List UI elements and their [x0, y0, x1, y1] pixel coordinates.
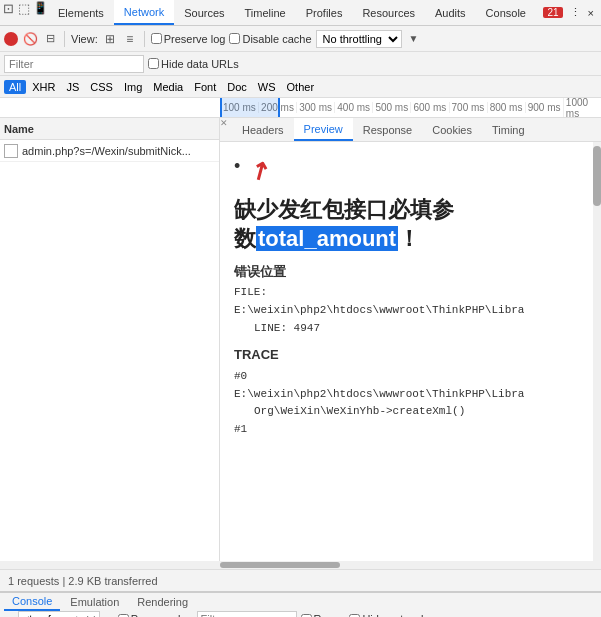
- status-bar: 1 requests | 2.9 KB transferred: [0, 569, 601, 591]
- tabs-end-controls: 21 ⋮ ×: [540, 0, 601, 25]
- preserve-log-console-label[interactable]: Preserve log: [118, 613, 193, 617]
- context-arrow-icon[interactable]: ▼: [4, 614, 14, 618]
- error-title-part2: 数: [234, 226, 256, 251]
- timeline-label-600: 600 ms: [410, 102, 448, 113]
- regex-text: Regex: [314, 613, 346, 617]
- preview-tabs: ✕ Headers Preview Response Cookies Timin…: [220, 118, 601, 142]
- trace-label: TRACE: [234, 345, 587, 366]
- view-label: View:: [71, 33, 98, 45]
- type-btn-js[interactable]: JS: [61, 80, 84, 94]
- undock-icon[interactable]: ⊡: [0, 0, 16, 16]
- trace-1: #1: [234, 421, 587, 439]
- table-row[interactable]: admin.php?s=/Wexin/submitNick...: [0, 140, 219, 162]
- scrollbar-thumb[interactable]: [593, 146, 601, 206]
- filter-icon[interactable]: ⊟: [42, 31, 58, 47]
- disable-cache-label: Disable cache: [242, 33, 311, 45]
- tab-response[interactable]: Response: [353, 118, 423, 141]
- preserve-log-console-text: Preserve log: [131, 613, 193, 617]
- tab-network[interactable]: Network: [114, 0, 174, 25]
- preserve-log-checkbox[interactable]: [151, 33, 162, 44]
- status-text: 1 requests | 2.9 KB transferred: [8, 575, 158, 587]
- type-btn-media[interactable]: Media: [148, 80, 188, 94]
- tab-profiles[interactable]: Profiles: [296, 0, 353, 25]
- bullet-row: • ↗: [234, 152, 587, 190]
- type-btn-other[interactable]: Other: [282, 80, 320, 94]
- vertical-scrollbar[interactable]: [593, 142, 601, 561]
- console-tab-emulation[interactable]: Emulation: [62, 594, 127, 610]
- tab-audits[interactable]: Audits: [425, 0, 476, 25]
- filter-input[interactable]: [4, 55, 144, 73]
- devtools-tab-bar: ⊡ ⬚ 📱 Elements Network Sources Timeline …: [0, 0, 601, 26]
- type-btn-doc[interactable]: Doc: [222, 80, 252, 94]
- highlighted-word: total_amount: [256, 226, 398, 251]
- timeline-selection: [220, 98, 280, 117]
- timeline-label-900: 900 ms: [525, 102, 563, 113]
- hide-data-urls-label[interactable]: Hide data URLs: [148, 58, 239, 70]
- more-options-icon[interactable]: ⋮: [570, 6, 581, 19]
- close-icon[interactable]: ✕: [220, 118, 228, 141]
- hide-network-text: Hide network messages: [362, 613, 479, 617]
- console-bar: Console Emulation Rendering ▼ <top frame…: [0, 591, 601, 617]
- type-btn-img[interactable]: Img: [119, 80, 147, 94]
- element-picker-icon[interactable]: ⬚: [16, 0, 32, 16]
- timeline-label-700: 700 ms: [449, 102, 487, 113]
- console-tab-console[interactable]: Console: [4, 593, 60, 611]
- tab-resources[interactable]: Resources: [352, 0, 425, 25]
- type-btn-all[interactable]: All: [4, 80, 26, 94]
- list-view-icon[interactable]: ≡: [122, 31, 138, 47]
- tab-timing[interactable]: Timing: [482, 118, 535, 141]
- horizontal-scrollbar[interactable]: [0, 561, 601, 569]
- hide-network-label[interactable]: Hide network messages: [349, 613, 479, 617]
- arrow-icon: ↗: [242, 150, 279, 193]
- tab-headers[interactable]: Headers: [232, 118, 294, 141]
- network-toolbar: 🚫 ⊟ View: ⊞ ≡ Preserve log Disable cache…: [0, 26, 601, 52]
- hide-network-checkbox[interactable]: [349, 614, 360, 618]
- preserve-log-console-checkbox[interactable]: [118, 614, 129, 618]
- console-tab-rendering[interactable]: Rendering: [129, 594, 196, 610]
- file-path: E:\weixin\php2\htdocs\wwwroot\ThinkPHP\L…: [234, 302, 587, 320]
- console-toolbar: ▼ <top frame> ▼ Preserve log Regex Hide …: [0, 611, 601, 617]
- console-filter-input[interactable]: [197, 611, 297, 617]
- type-btn-css[interactable]: CSS: [85, 80, 118, 94]
- tab-console[interactable]: Console: [476, 0, 536, 25]
- tab-cookies[interactable]: Cookies: [422, 118, 482, 141]
- close-devtools-icon[interactable]: ×: [588, 7, 594, 19]
- timeline-label-500: 500 ms: [372, 102, 410, 113]
- timeline-label-800: 800 ms: [487, 102, 525, 113]
- clear-button[interactable]: 🚫: [22, 31, 38, 47]
- timeline-label-400: 400 ms: [334, 102, 372, 113]
- grid-view-icon[interactable]: ⊞: [102, 31, 118, 47]
- scrollbar-h-thumb[interactable]: [220, 562, 340, 568]
- tab-timeline[interactable]: Timeline: [235, 0, 296, 25]
- regex-label[interactable]: Regex: [301, 613, 346, 617]
- record-button[interactable]: [4, 32, 18, 46]
- type-btn-font[interactable]: Font: [189, 80, 221, 94]
- hide-data-urls-checkbox[interactable]: [148, 58, 159, 69]
- tab-elements[interactable]: Elements: [48, 0, 114, 25]
- preserve-log-checkbox-label[interactable]: Preserve log: [151, 33, 226, 45]
- timeline-label-1000: 1000 ms: [563, 98, 601, 118]
- console-tabs: Console Emulation Rendering: [0, 593, 601, 611]
- error-title-part1: 缺少发红包接口必填参: [234, 197, 454, 222]
- tab-sources[interactable]: Sources: [174, 0, 234, 25]
- disable-cache-checkbox-label[interactable]: Disable cache: [229, 33, 311, 45]
- type-btn-xhr[interactable]: XHR: [27, 80, 60, 94]
- frame-selector[interactable]: <top frame>: [18, 611, 100, 617]
- name-column-header: Name: [4, 123, 215, 135]
- request-list: Name admin.php?s=/Wexin/submitNick...: [0, 118, 220, 561]
- request-checkbox[interactable]: [4, 144, 18, 158]
- throttle-dropdown-icon[interactable]: ▼: [406, 31, 422, 47]
- filter-row: Hide data URLs: [0, 52, 601, 76]
- timeline-bar: 100 ms 200 ms 300 ms 400 ms 500 ms 600 m…: [0, 98, 601, 118]
- frame-arrow-icon[interactable]: ▼: [104, 614, 114, 618]
- type-btn-ws[interactable]: WS: [253, 80, 281, 94]
- file-label: FILE:: [234, 284, 587, 302]
- mobile-icon[interactable]: 📱: [32, 0, 48, 16]
- tab-preview[interactable]: Preview: [294, 118, 353, 141]
- disable-cache-checkbox[interactable]: [229, 33, 240, 44]
- regex-checkbox[interactable]: [301, 614, 312, 618]
- bullet-point: •: [234, 152, 240, 181]
- throttling-select[interactable]: No throttling Offline GPRS Regular 3G Go…: [316, 30, 402, 48]
- request-list-header: Name: [0, 118, 219, 140]
- exclamation: ！: [398, 226, 420, 251]
